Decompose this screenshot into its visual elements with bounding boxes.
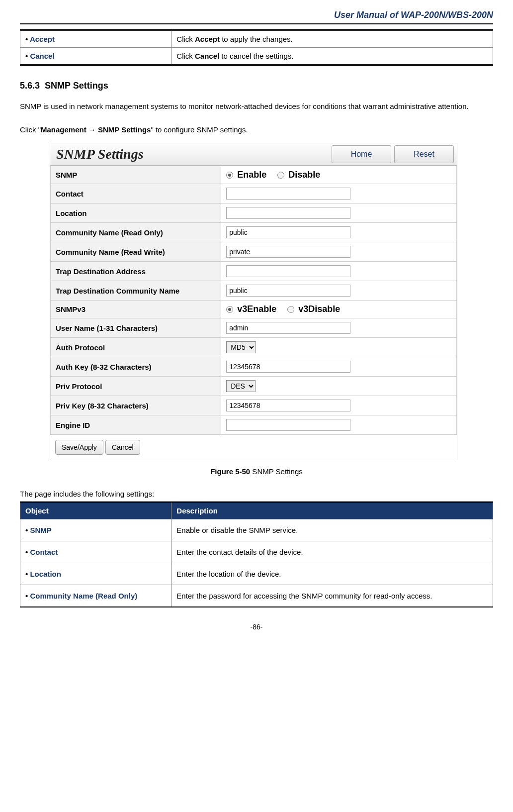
arrow-icon: → — [86, 125, 98, 134]
community-rw-label: Community Name (Read Write) — [51, 242, 221, 262]
trap-comm-label: Trap Destination Community Name — [51, 281, 221, 301]
text-bold: Accept — [195, 35, 220, 43]
authkey-input[interactable] — [226, 361, 350, 373]
home-button[interactable]: Home — [332, 145, 391, 163]
authproto-label: Auth Protocol — [51, 338, 221, 357]
figure-number: Figure 5-50 — [210, 467, 250, 476]
nav-snmp: SNMP Settings — [98, 125, 151, 134]
engine-input[interactable] — [226, 419, 350, 431]
doc-header-title: User Manual of WAP-200N/WBS-200N — [20, 10, 493, 24]
text: Click — [176, 52, 195, 60]
description-table: Object Description SNMP Enable or disabl… — [20, 501, 493, 608]
accept-cancel-table: Accept Click Accept to apply the changes… — [20, 29, 493, 66]
navigation-instruction: Click "Management → SNMP Settings" to co… — [20, 121, 493, 138]
obj-comm-ro: Community Name (Read Only) — [25, 592, 137, 600]
snmpv3-label: SNMPv3 — [51, 301, 221, 318]
text: to cancel the settings. — [219, 52, 293, 60]
desc-location: Enter the location of the device. — [171, 563, 493, 585]
table-row: Community Name (Read Only) Enter the pas… — [20, 585, 493, 608]
snmp-form-table: SNMP Enable Disable Contact Location Com… — [50, 166, 457, 435]
trap-addr-input[interactable] — [226, 265, 350, 277]
v3disable-radio[interactable] — [287, 306, 294, 313]
desc-comm-ro: Enter the password for accessing the SNM… — [171, 585, 493, 608]
cancel-desc: Click Cancel to cancel the settings. — [171, 48, 493, 65]
snmp-enable-label: Enable — [237, 170, 266, 180]
community-ro-label: Community Name (Read Only) — [51, 223, 221, 242]
nav-management: Management — [41, 125, 86, 134]
snmp-enable-radio[interactable] — [226, 172, 233, 179]
section-title: SNMP Settings — [45, 81, 108, 91]
desc-snmp: Enable or disable the SNMP service. — [171, 519, 493, 541]
username-label: User Name (1-31 Characters) — [51, 318, 221, 338]
username-input[interactable] — [226, 322, 350, 334]
privkey-label: Priv Key (8-32 Characters) — [51, 396, 221, 415]
location-input[interactable] — [226, 207, 350, 219]
figure-caption-text: SNMP Settings — [250, 467, 303, 476]
authproto-select[interactable]: MD5 — [226, 341, 256, 353]
privproto-label: Priv Protocol — [51, 377, 221, 396]
figure-caption: Figure 5-50 SNMP Settings — [20, 467, 493, 476]
section-number: 5.6.3 — [20, 81, 40, 91]
cancel-button[interactable]: Cancel — [105, 440, 140, 455]
section-intro: SNMP is used in network management syste… — [20, 98, 493, 114]
cancel-label: Cancel — [25, 52, 55, 60]
v3disable-label: v3Disable — [298, 304, 340, 314]
text: " to configure SNMP settings. — [151, 125, 248, 134]
figure-titlebar: SNMP Settings Home Reset — [50, 143, 457, 166]
accept-desc: Click Accept to apply the changes. — [171, 30, 493, 48]
text: Click " — [20, 125, 41, 134]
table-row: Location Enter the location of the devic… — [20, 563, 493, 585]
snmp-settings-screenshot: SNMP Settings Home Reset SNMP Enable Dis… — [50, 143, 457, 460]
engine-label: Engine ID — [51, 415, 221, 435]
community-rw-input[interactable] — [226, 246, 350, 258]
desc-contact: Enter the contact details of the device. — [171, 541, 493, 563]
table-row: SNMP Enable or disable the SNMP service. — [20, 519, 493, 541]
authkey-label: Auth Key (8-32 Characters) — [51, 357, 221, 377]
contact-input[interactable] — [226, 188, 350, 200]
description-header: Description — [171, 502, 493, 519]
accept-label: Accept — [25, 35, 55, 43]
text-bold: Cancel — [195, 52, 219, 60]
button-row: Save/Apply Cancel — [50, 435, 457, 460]
obj-location: Location — [25, 570, 61, 578]
reset-button[interactable]: Reset — [394, 145, 454, 163]
location-label: Location — [51, 203, 221, 223]
page-number: -86- — [20, 623, 493, 631]
privkey-input[interactable] — [226, 400, 350, 411]
save-apply-button[interactable]: Save/Apply — [55, 440, 103, 455]
contact-label: Contact — [51, 184, 221, 203]
v3enable-label: v3Enable — [237, 304, 276, 314]
v3enable-radio[interactable] — [226, 306, 233, 313]
trap-addr-label: Trap Destination Address — [51, 262, 221, 281]
snmp-disable-radio[interactable] — [277, 172, 284, 179]
object-header: Object — [20, 502, 171, 519]
snmp-label: SNMP — [51, 166, 221, 184]
text: Click — [176, 35, 195, 43]
community-ro-input[interactable] — [226, 226, 350, 238]
text: to apply the changes. — [220, 35, 293, 43]
table-row: Cancel Click Cancel to cancel the settin… — [20, 48, 493, 65]
obj-snmp: SNMP — [25, 526, 52, 534]
panel-title: SNMP Settings — [50, 143, 332, 165]
snmp-disable-label: Disable — [288, 170, 320, 180]
privproto-select[interactable]: DES — [226, 380, 256, 392]
desc-intro: The page includes the following settings… — [20, 490, 493, 498]
table-row: Accept Click Accept to apply the changes… — [20, 30, 493, 48]
section-heading: 5.6.3 SNMP Settings — [20, 81, 493, 91]
table-row: Contact Enter the contact details of the… — [20, 541, 493, 563]
obj-contact: Contact — [25, 548, 58, 556]
trap-comm-input[interactable] — [226, 285, 350, 297]
